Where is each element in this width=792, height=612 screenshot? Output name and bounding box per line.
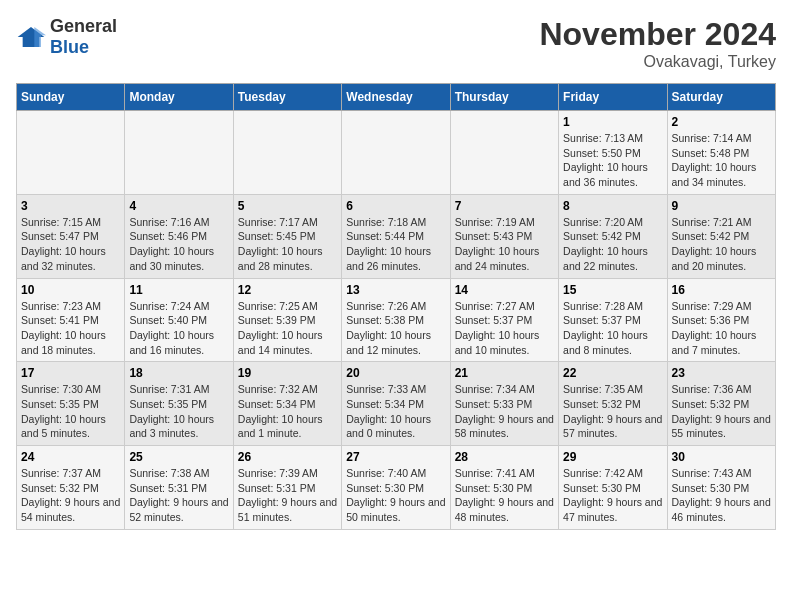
calendar-cell: 8Sunrise: 7:20 AM Sunset: 5:42 PM Daylig… [559,194,667,278]
calendar-cell: 28Sunrise: 7:41 AM Sunset: 5:30 PM Dayli… [450,446,558,530]
calendar-cell: 29Sunrise: 7:42 AM Sunset: 5:30 PM Dayli… [559,446,667,530]
calendar-cell: 30Sunrise: 7:43 AM Sunset: 5:30 PM Dayli… [667,446,775,530]
day-info: Sunrise: 7:43 AM Sunset: 5:30 PM Dayligh… [672,466,771,525]
day-info: Sunrise: 7:19 AM Sunset: 5:43 PM Dayligh… [455,215,554,274]
calendar-cell: 27Sunrise: 7:40 AM Sunset: 5:30 PM Dayli… [342,446,450,530]
day-number: 12 [238,283,337,297]
calendar-cell: 7Sunrise: 7:19 AM Sunset: 5:43 PM Daylig… [450,194,558,278]
day-header-sunday: Sunday [17,84,125,111]
day-number: 30 [672,450,771,464]
day-number: 1 [563,115,662,129]
calendar-cell: 11Sunrise: 7:24 AM Sunset: 5:40 PM Dayli… [125,278,233,362]
day-number: 22 [563,366,662,380]
day-number: 19 [238,366,337,380]
day-number: 15 [563,283,662,297]
day-header-wednesday: Wednesday [342,84,450,111]
day-info: Sunrise: 7:37 AM Sunset: 5:32 PM Dayligh… [21,466,120,525]
calendar-cell [125,111,233,195]
day-number: 26 [238,450,337,464]
day-info: Sunrise: 7:15 AM Sunset: 5:47 PM Dayligh… [21,215,120,274]
day-info: Sunrise: 7:39 AM Sunset: 5:31 PM Dayligh… [238,466,337,525]
calendar-cell: 21Sunrise: 7:34 AM Sunset: 5:33 PM Dayli… [450,362,558,446]
day-number: 8 [563,199,662,213]
calendar-cell: 13Sunrise: 7:26 AM Sunset: 5:38 PM Dayli… [342,278,450,362]
day-info: Sunrise: 7:41 AM Sunset: 5:30 PM Dayligh… [455,466,554,525]
day-info: Sunrise: 7:25 AM Sunset: 5:39 PM Dayligh… [238,299,337,358]
calendar-week-row: 3Sunrise: 7:15 AM Sunset: 5:47 PM Daylig… [17,194,776,278]
day-header-saturday: Saturday [667,84,775,111]
calendar-cell: 23Sunrise: 7:36 AM Sunset: 5:32 PM Dayli… [667,362,775,446]
calendar-cell: 18Sunrise: 7:31 AM Sunset: 5:35 PM Dayli… [125,362,233,446]
calendar-cell: 16Sunrise: 7:29 AM Sunset: 5:36 PM Dayli… [667,278,775,362]
calendar-cell: 15Sunrise: 7:28 AM Sunset: 5:37 PM Dayli… [559,278,667,362]
calendar-cell [17,111,125,195]
calendar-cell: 9Sunrise: 7:21 AM Sunset: 5:42 PM Daylig… [667,194,775,278]
month-title: November 2024 [539,16,776,53]
day-info: Sunrise: 7:28 AM Sunset: 5:37 PM Dayligh… [563,299,662,358]
day-number: 27 [346,450,445,464]
calendar-cell: 6Sunrise: 7:18 AM Sunset: 5:44 PM Daylig… [342,194,450,278]
calendar-cell [342,111,450,195]
calendar-cell: 24Sunrise: 7:37 AM Sunset: 5:32 PM Dayli… [17,446,125,530]
calendar-cell: 10Sunrise: 7:23 AM Sunset: 5:41 PM Dayli… [17,278,125,362]
day-number: 9 [672,199,771,213]
calendar-cell: 20Sunrise: 7:33 AM Sunset: 5:34 PM Dayli… [342,362,450,446]
day-number: 23 [672,366,771,380]
day-info: Sunrise: 7:38 AM Sunset: 5:31 PM Dayligh… [129,466,228,525]
day-info: Sunrise: 7:17 AM Sunset: 5:45 PM Dayligh… [238,215,337,274]
day-info: Sunrise: 7:27 AM Sunset: 5:37 PM Dayligh… [455,299,554,358]
day-number: 4 [129,199,228,213]
day-number: 25 [129,450,228,464]
calendar-cell [233,111,341,195]
day-info: Sunrise: 7:30 AM Sunset: 5:35 PM Dayligh… [21,382,120,441]
day-number: 20 [346,366,445,380]
day-info: Sunrise: 7:40 AM Sunset: 5:30 PM Dayligh… [346,466,445,525]
day-number: 6 [346,199,445,213]
logo: General Blue [16,16,117,58]
day-info: Sunrise: 7:26 AM Sunset: 5:38 PM Dayligh… [346,299,445,358]
calendar-table: SundayMondayTuesdayWednesdayThursdayFrid… [16,83,776,530]
day-number: 29 [563,450,662,464]
day-number: 3 [21,199,120,213]
page-header: General Blue November 2024 Ovakavagi, Tu… [16,16,776,71]
day-number: 16 [672,283,771,297]
logo-general: General [50,16,117,36]
day-info: Sunrise: 7:36 AM Sunset: 5:32 PM Dayligh… [672,382,771,441]
calendar-cell [450,111,558,195]
day-info: Sunrise: 7:32 AM Sunset: 5:34 PM Dayligh… [238,382,337,441]
calendar-cell: 12Sunrise: 7:25 AM Sunset: 5:39 PM Dayli… [233,278,341,362]
day-number: 24 [21,450,120,464]
title-block: November 2024 Ovakavagi, Turkey [539,16,776,71]
day-info: Sunrise: 7:29 AM Sunset: 5:36 PM Dayligh… [672,299,771,358]
day-number: 5 [238,199,337,213]
day-header-monday: Monday [125,84,233,111]
day-info: Sunrise: 7:23 AM Sunset: 5:41 PM Dayligh… [21,299,120,358]
calendar-cell: 5Sunrise: 7:17 AM Sunset: 5:45 PM Daylig… [233,194,341,278]
calendar-cell: 4Sunrise: 7:16 AM Sunset: 5:46 PM Daylig… [125,194,233,278]
calendar-cell: 26Sunrise: 7:39 AM Sunset: 5:31 PM Dayli… [233,446,341,530]
calendar-cell: 3Sunrise: 7:15 AM Sunset: 5:47 PM Daylig… [17,194,125,278]
day-info: Sunrise: 7:13 AM Sunset: 5:50 PM Dayligh… [563,131,662,190]
calendar-cell: 17Sunrise: 7:30 AM Sunset: 5:35 PM Dayli… [17,362,125,446]
calendar-week-row: 24Sunrise: 7:37 AM Sunset: 5:32 PM Dayli… [17,446,776,530]
location-subtitle: Ovakavagi, Turkey [539,53,776,71]
logo-icon [16,25,46,49]
day-header-thursday: Thursday [450,84,558,111]
calendar-cell: 22Sunrise: 7:35 AM Sunset: 5:32 PM Dayli… [559,362,667,446]
calendar-cell: 19Sunrise: 7:32 AM Sunset: 5:34 PM Dayli… [233,362,341,446]
day-number: 10 [21,283,120,297]
day-info: Sunrise: 7:42 AM Sunset: 5:30 PM Dayligh… [563,466,662,525]
calendar-cell: 1Sunrise: 7:13 AM Sunset: 5:50 PM Daylig… [559,111,667,195]
calendar-header-row: SundayMondayTuesdayWednesdayThursdayFrid… [17,84,776,111]
day-number: 28 [455,450,554,464]
day-number: 7 [455,199,554,213]
day-info: Sunrise: 7:35 AM Sunset: 5:32 PM Dayligh… [563,382,662,441]
logo-text: General Blue [50,16,117,58]
day-info: Sunrise: 7:33 AM Sunset: 5:34 PM Dayligh… [346,382,445,441]
day-number: 11 [129,283,228,297]
day-info: Sunrise: 7:14 AM Sunset: 5:48 PM Dayligh… [672,131,771,190]
day-number: 13 [346,283,445,297]
day-info: Sunrise: 7:20 AM Sunset: 5:42 PM Dayligh… [563,215,662,274]
calendar-week-row: 10Sunrise: 7:23 AM Sunset: 5:41 PM Dayli… [17,278,776,362]
day-number: 21 [455,366,554,380]
